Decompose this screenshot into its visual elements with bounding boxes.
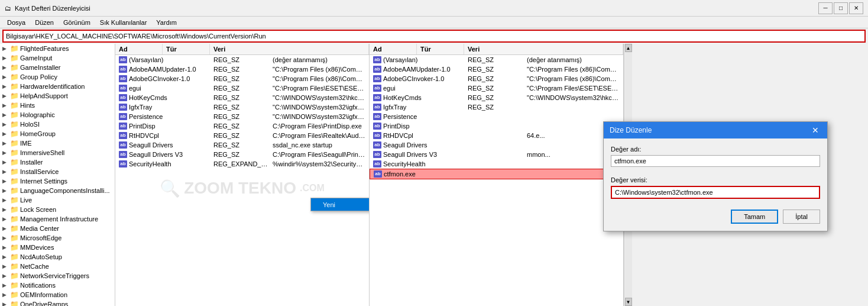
tree-item[interactable]: ▶📁HardwareIdentification	[0, 82, 115, 91]
table-row[interactable]: abRtHDVCpl64.e...	[370, 131, 623, 140]
tree-item[interactable]: ▶📁NetworkServiceTriggers	[0, 271, 115, 281]
tree-item[interactable]: ▶📁NcdAutoSetup	[0, 252, 115, 262]
tree-item[interactable]: ▶📁MMDevices	[0, 243, 115, 252]
folder-icon: 📁	[9, 291, 19, 299]
table-row[interactable]: abPrintDisp	[370, 121, 623, 131]
tree-item[interactable]: ▶📁HomeGroup	[0, 129, 115, 138]
tree-item[interactable]: ▶📁Group Policy	[0, 72, 115, 82]
context-menu-new[interactable]: Yeni ▶ Dize Değeri İkili Değer DWORD (32…	[311, 198, 370, 211]
tree-item[interactable]: ▶📁OEMInformation	[0, 290, 115, 299]
ab-icon: ab	[119, 75, 127, 82]
watermark: 🔍 ZOOM TEKNO .COM	[160, 178, 325, 198]
table-row[interactable]: abRtHDVCplREG_SZC:\Program Files\Realtek…	[115, 131, 369, 140]
reg-name-cell: abRtHDVCpl	[371, 131, 465, 140]
tree-item[interactable]: ▶📁Notifications	[0, 281, 115, 290]
tree-item[interactable]: ▶📁GameInput	[0, 53, 115, 63]
table-row[interactable]: abAdobeGCInvoker-1.0REG_SZ"C:\Program Fi…	[115, 74, 369, 83]
menu-duzen[interactable]: Düzen	[30, 18, 59, 27]
tree-item[interactable]: ▶📁Media Center	[0, 224, 115, 233]
tree-toggle-icon: ▶	[2, 178, 9, 184]
tree-panel[interactable]: ▶📁FlightedFeatures▶📁GameInput▶📁GameInsta…	[0, 44, 115, 306]
tree-item[interactable]: ▶📁Holographic	[0, 110, 115, 120]
table-row[interactable]: abAdobeAAMUpdater-1.0REG_SZ"C:\Program F…	[115, 65, 369, 74]
menu-gorunum[interactable]: Görünüm	[59, 18, 95, 27]
tree-item[interactable]: ▶📁MicrosoftEdge	[0, 233, 115, 243]
reg-name-cell: abegui	[371, 84, 465, 92]
table-row[interactable]: abeguiREG_SZ"C:\Program Files\ESET\ESET …	[370, 83, 623, 93]
tree-toggle-icon: ▶	[2, 188, 9, 194]
dialog-cancel-button[interactable]: İptal	[783, 210, 820, 224]
reg-type-cell: REG_SZ	[211, 112, 270, 121]
table-row[interactable]: abSeagull Drivers	[370, 140, 623, 150]
tree-toggle-icon: ▶	[2, 83, 9, 89]
tree-item[interactable]: ▶📁HoloSI	[0, 120, 115, 129]
left-registry-panel[interactable]: Ad Tür Veri ab(Varsayılan)REG_SZ(değer a…	[115, 44, 370, 306]
folder-icon: 📁	[9, 205, 19, 214]
table-row[interactable]: abctfmon.exe	[370, 169, 623, 179]
table-row[interactable]: abSeagull DriversREG_SZssdal_nc.exe star…	[115, 140, 369, 150]
table-row[interactable]: abSeagull Drivers V3REG_SZC:\Program Fil…	[115, 150, 369, 159]
tree-item-label: GameInput	[20, 54, 52, 62]
ab-icon: ab	[373, 66, 381, 73]
table-row[interactable]: abAdobeAAMUpdater-1.0REG_SZ"C:\Program F…	[370, 65, 623, 74]
tree-item[interactable]: ▶📁Lock Screen	[0, 205, 115, 214]
right-registry-panel[interactable]: Ad Tür Veri ab(Varsayılan)REG_SZ(değer a…	[370, 44, 624, 306]
tree-item[interactable]: ▶📁NetCache	[0, 262, 115, 271]
ab-icon: ab	[119, 132, 127, 139]
dialog-name-input[interactable]	[611, 155, 820, 167]
minimize-button[interactable]: ─	[818, 2, 833, 14]
address-bar[interactable]: Bilgisayar\HKEY_LOCAL_MACHINE\SOFTWARE\M…	[2, 30, 866, 43]
table-row[interactable]: abIgfxTrayREG_SZ	[370, 102, 623, 112]
table-row[interactable]: abPersistenceREG_SZ"C:\WINDOWS\system32\…	[115, 112, 369, 121]
tree-item[interactable]: ▶📁Installer	[0, 157, 115, 167]
table-row[interactable]: abIgfxTrayREG_SZ"C:\WINDOWS\system32\igf…	[115, 102, 369, 112]
table-row[interactable]: abPersistence	[370, 112, 623, 121]
tree-item-label: LanguageComponentsInstalli...	[20, 187, 110, 194]
table-row[interactable]: ab(Varsayılan)REG_SZ(değer atanmamış)	[115, 55, 369, 65]
table-row[interactable]: abHotKeyCmdsREG_SZ"C:\WINDOWS\system32\h…	[115, 93, 369, 102]
tree-item[interactable]: ▶📁Management Infrastructure	[0, 214, 115, 224]
tree-item[interactable]: ▶📁GameInstaller	[0, 63, 115, 72]
menu-yardim[interactable]: Yardım	[151, 18, 182, 27]
dialog-overlay: Dize Düzenle ✕ Değer adı: Değer verisi: …	[603, 121, 828, 231]
reg-name-cell: abSecurityHealth	[371, 160, 465, 168]
tree-item[interactable]: ▶📁InstallService	[0, 167, 115, 176]
tree-item[interactable]: ▶📁ImmersiveShell	[0, 148, 115, 157]
tree-item[interactable]: ▶📁HelpAndSupport	[0, 91, 115, 101]
reg-value-cell	[524, 107, 622, 108]
reg-type-cell	[465, 163, 524, 165]
table-row[interactable]: abSecurityHealth	[370, 159, 623, 169]
table-row[interactable]: abAdobeGCInvoker-1.0REG_SZ"C:\Program Fi…	[370, 74, 623, 83]
table-row[interactable]: ab(Varsayılan)REG_SZ(değer atanmamış)	[370, 55, 623, 65]
scroll-down[interactable]: ▼	[625, 298, 632, 306]
tree-toggle-icon: ▶	[2, 282, 9, 288]
tree-item[interactable]: ▶📁IME	[0, 138, 115, 148]
close-button[interactable]: ✕	[849, 2, 863, 14]
menu-dosya[interactable]: Dosya	[2, 18, 30, 27]
table-row[interactable]: abeguiREG_SZ"C:\Program Files\ESET\ESET …	[115, 83, 369, 93]
tree-item[interactable]: ▶📁LanguageComponentsInstalli...	[0, 186, 115, 195]
ab-icon: ab	[119, 151, 127, 158]
tree-item[interactable]: ▶📁Live	[0, 195, 115, 205]
tree-item[interactable]: ▶📁Internet Settings	[0, 176, 115, 186]
tree-item-label: Media Center	[20, 225, 59, 232]
tree-item-label: Management Infrastructure	[20, 215, 98, 223]
table-row[interactable]: abHotKeyCmdsREG_SZ"C:\WINDOWS\system32\h…	[370, 93, 623, 102]
maximize-button[interactable]: □	[834, 2, 848, 14]
table-row[interactable]: abPrintDispREG_SZC:\Program Files\PrintD…	[115, 121, 369, 131]
scroll-up[interactable]: ▲	[625, 44, 632, 52]
folder-icon: 📁	[9, 224, 19, 233]
table-row[interactable]: abSeagull Drivers V3mmon...	[370, 150, 623, 159]
tree-item[interactable]: ▶📁OneDriveRamps	[0, 299, 115, 306]
reg-value-cell: "C:\Program Files\ESET\ESET Security\ecm…	[270, 84, 368, 92]
dialog-data-input[interactable]	[611, 186, 820, 199]
reg-type-cell	[465, 125, 524, 127]
reg-type-cell	[465, 154, 524, 155]
tree-item[interactable]: ▶📁Hints	[0, 101, 115, 110]
reg-name-cell: abHotKeyCmds	[116, 94, 211, 102]
menu-sik-kullanilanlar[interactable]: Sık Kullanılanlar	[95, 18, 152, 27]
table-row[interactable]: abSecurityHealthREG_EXPAND_SZ%windir%\sy…	[115, 159, 369, 169]
dialog-close-button[interactable]: ✕	[809, 125, 821, 135]
dialog-ok-button[interactable]: Tamam	[731, 210, 778, 224]
tree-item[interactable]: ▶📁FlightedFeatures	[0, 44, 115, 53]
